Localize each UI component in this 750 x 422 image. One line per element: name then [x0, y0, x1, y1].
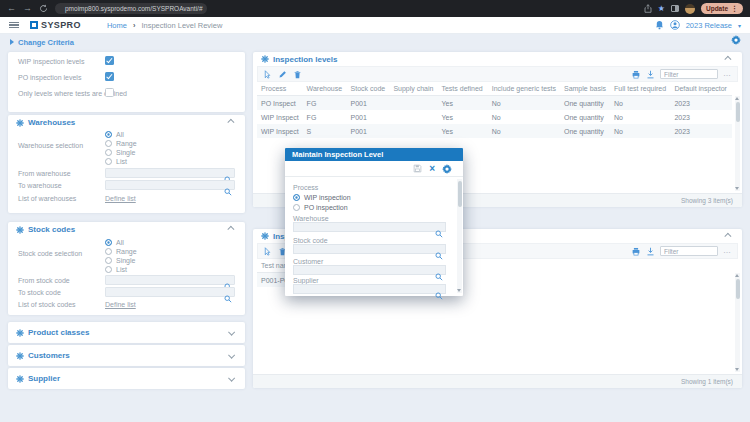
search-icon[interactable] [435, 267, 443, 285]
collapse-chevron-icon[interactable] [725, 233, 731, 239]
column-header[interactable]: Stock code [347, 82, 390, 96]
release-selector[interactable]: 2023 Release [686, 21, 732, 30]
collapse-chevron-icon[interactable] [228, 119, 234, 125]
browser-menu-kebab-icon[interactable]: ⋮ [731, 5, 738, 12]
supplier-section-header[interactable]: Supplier [8, 368, 245, 389]
forward-icon[interactable]: → [23, 4, 32, 13]
collapse-chevron-icon[interactable] [228, 226, 234, 232]
warehouse-input[interactable] [293, 222, 446, 232]
delete-icon[interactable] [293, 70, 302, 79]
collapse-chevron-icon[interactable] [725, 56, 731, 62]
edit-icon[interactable] [278, 70, 287, 79]
search-icon[interactable] [224, 289, 232, 307]
address-bar[interactable]: pmoimp800.sysprodemo.com/SYSPROAvanti/# [55, 3, 207, 14]
reload-icon[interactable] [39, 4, 48, 13]
user-avatar-icon[interactable] [670, 20, 680, 30]
table-row[interactable]: WIP InspectSP001YesNoOne quantityNo2023 [257, 124, 732, 138]
column-header[interactable]: Tests defined [437, 82, 487, 96]
bookmark-star-icon[interactable]: ★ [658, 5, 665, 13]
grid-filter-input[interactable] [660, 69, 718, 79]
export-download-icon[interactable] [646, 70, 655, 79]
stock-code-selection-single[interactable]: Single [105, 257, 135, 264]
scroll-down-icon[interactable] [735, 368, 739, 371]
change-criteria-toggle[interactable]: Change Criteria [18, 38, 74, 47]
stock-code-selection-all[interactable]: All [105, 239, 124, 246]
warehouse-selection-list[interactable]: List [105, 158, 127, 165]
share-icon[interactable] [644, 4, 652, 13]
column-header[interactable]: Sample basis [560, 82, 610, 96]
expand-chevron-icon[interactable] [228, 329, 234, 335]
process-wip-inspection-radio[interactable]: WIP inspection [293, 194, 351, 201]
customer-input[interactable] [293, 265, 446, 275]
define-stock-code-list-link[interactable]: Define list [105, 301, 136, 308]
stock-code-link[interactable]: P001 [347, 110, 390, 124]
stock-code-link[interactable]: P001 [347, 124, 390, 138]
product-classes-section-header[interactable]: Product classes [8, 322, 245, 343]
more-options-button[interactable]: … [723, 70, 732, 78]
from-warehouse-input[interactable] [105, 168, 235, 178]
settings-gear-icon[interactable] [442, 164, 452, 174]
stock-code-selection-list[interactable]: List [105, 266, 127, 273]
process-po-inspection-radio[interactable]: PO inspection [293, 204, 348, 211]
grid-scrollbar[interactable] [735, 96, 740, 191]
define-warehouse-list-link[interactable]: Define list [105, 195, 136, 202]
grid-scrollbar[interactable] [735, 273, 740, 372]
search-icon[interactable] [435, 286, 443, 304]
stock-code-selection-range[interactable]: Range [105, 248, 137, 255]
notifications-bell-icon[interactable] [655, 20, 664, 30]
column-header[interactable]: Process [257, 82, 303, 96]
scrollbar-thumb[interactable] [736, 102, 740, 122]
more-options-button[interactable]: … [723, 247, 732, 255]
hamburger-menu-icon[interactable] [9, 22, 19, 29]
column-header[interactable]: Include generic tests [488, 82, 560, 96]
warehouses-section-header[interactable]: Warehouses [8, 115, 245, 130]
from-stock-code-input[interactable] [105, 275, 235, 285]
back-icon[interactable]: ← [7, 4, 16, 13]
warehouse-selection-range[interactable]: Range [105, 140, 137, 147]
column-header[interactable]: Warehouse [303, 82, 347, 96]
scroll-up-icon[interactable] [735, 97, 739, 100]
to-stock-code-input[interactable] [105, 287, 235, 297]
stock-codes-section-header[interactable]: Stock codes [8, 222, 245, 237]
save-icon[interactable] [413, 164, 422, 173]
column-header[interactable]: Full test required [610, 82, 670, 96]
customers-section-header[interactable]: Customers [8, 345, 245, 366]
dialog-title-bar[interactable]: Maintain Inspection Level [285, 148, 463, 161]
grid-filter-input[interactable] [660, 246, 718, 256]
close-icon[interactable]: × [429, 164, 435, 174]
print-icon[interactable] [631, 247, 641, 256]
wip-inspection-levels-checkbox[interactable] [105, 56, 114, 65]
select-icon[interactable] [263, 70, 272, 79]
to-warehouse-input[interactable] [105, 180, 235, 190]
column-header[interactable]: Supply chain [389, 82, 437, 96]
print-icon[interactable] [631, 70, 641, 79]
warehouse-selection-single[interactable]: Single [105, 149, 135, 156]
update-button[interactable]: Update ⋮ [701, 3, 743, 14]
po-inspection-levels-checkbox[interactable] [105, 72, 114, 81]
scroll-down-icon[interactable] [735, 187, 739, 190]
scroll-up-icon[interactable] [735, 274, 739, 277]
side-panel-icon[interactable] [671, 5, 679, 12]
inspection-levels-section-header[interactable]: Inspection levels [253, 52, 742, 66]
supplier-input[interactable] [293, 284, 446, 294]
table-row[interactable]: PO InspectFGP001YesNoOne quantityNo2023 [257, 96, 732, 111]
page-settings-gear-icon[interactable] [731, 35, 741, 45]
column-header[interactable]: Default inspector [670, 82, 732, 96]
dialog-scrollbar[interactable] [457, 179, 462, 293]
stock-code-link[interactable]: P001 [347, 96, 390, 111]
search-icon[interactable] [435, 246, 443, 264]
scrollbar-thumb[interactable] [458, 181, 462, 207]
only-levels-with-tests-checkbox[interactable] [105, 88, 114, 97]
export-download-icon[interactable] [646, 247, 655, 256]
search-icon[interactable] [435, 224, 443, 242]
scroll-down-icon[interactable] [457, 289, 461, 292]
stock-code-input[interactable] [293, 244, 446, 254]
expand-chevron-icon[interactable] [228, 352, 234, 358]
table-row[interactable]: WIP InspectFGP001YesNoOne quantityNo2023 [257, 110, 732, 124]
scrollbar-thumb[interactable] [736, 279, 740, 299]
warehouse-selection-all[interactable]: All [105, 131, 124, 138]
browser-profile-avatar[interactable] [685, 4, 695, 14]
expand-chevron-icon[interactable] [228, 375, 234, 381]
search-icon[interactable] [224, 182, 232, 200]
select-icon[interactable] [263, 247, 272, 256]
